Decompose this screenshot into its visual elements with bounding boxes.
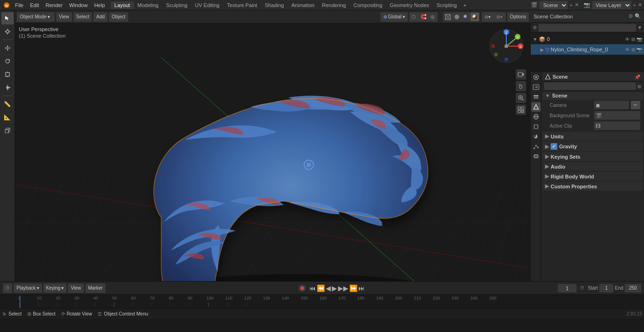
- prop-tab-render[interactable]: [531, 73, 541, 82]
- overlay-toggle[interactable]: ⊙▾: [482, 13, 494, 21]
- menu-file[interactable]: File: [12, 1, 26, 9]
- keying-btn[interactable]: Keying ▾: [43, 283, 67, 293]
- tool-select[interactable]: [1, 12, 14, 24]
- menu-render[interactable]: Render: [43, 1, 66, 9]
- tab-sculpting[interactable]: Sculpting: [162, 1, 191, 9]
- tab-add[interactable]: +: [461, 1, 469, 9]
- snap-icon[interactable]: 🧲: [419, 13, 428, 21]
- zoom-btn[interactable]: [516, 93, 526, 103]
- object-mode-btn[interactable]: Object Mode ▾: [17, 12, 55, 22]
- tab-scripting[interactable]: Scripting: [433, 1, 461, 9]
- timeline-mode-icon[interactable]: ⏱: [3, 283, 12, 293]
- tab-uv-editing[interactable]: UV Editing: [191, 1, 223, 9]
- properties-search[interactable]: [544, 82, 636, 90]
- viewport-view-btn[interactable]: View: [56, 12, 72, 22]
- units-section-header[interactable]: ▶ Units: [542, 132, 643, 141]
- gravity-section-header[interactable]: ▶ ✓ Gravity: [542, 142, 643, 151]
- scene-remove-icon[interactable]: ✕: [575, 2, 579, 8]
- prop-tab-object[interactable]: [531, 122, 541, 131]
- navigation-gizmo[interactable]: X Y Z: [487, 27, 525, 65]
- outliner-filter-btn[interactable]: ⚙: [533, 25, 537, 30]
- playhead[interactable]: [20, 296, 20, 308]
- tab-texture-paint[interactable]: Texture Paint: [223, 1, 261, 9]
- tool-measure[interactable]: 📐: [1, 111, 14, 123]
- menu-window[interactable]: Window: [66, 1, 91, 9]
- viewport-add-btn[interactable]: Add: [93, 12, 107, 22]
- rigid-body-world-section-header[interactable]: ▶ Rigid Body World: [542, 172, 643, 181]
- outliner-rope-eye-icon[interactable]: 👁: [625, 47, 630, 52]
- tab-rendering[interactable]: Rendering: [318, 1, 350, 9]
- jump-end-btn[interactable]: ⏭: [358, 284, 365, 292]
- wireframe-mode-btn[interactable]: [444, 13, 452, 21]
- tab-layout[interactable]: Layout: [111, 1, 134, 9]
- next-keyframe-btn[interactable]: ⏩: [349, 284, 357, 292]
- prop-tab-view-layer[interactable]: [531, 92, 541, 102]
- viewport-object-btn[interactable]: Object: [109, 12, 128, 22]
- prev-frame-btn[interactable]: ◀: [326, 284, 331, 292]
- proportional-icon[interactable]: ◎: [429, 13, 437, 21]
- transform-global-btn[interactable]: ⊕ Global ▾: [380, 12, 408, 22]
- viewport-select-btn[interactable]: Select: [74, 12, 92, 22]
- grid-snap-btn[interactable]: [516, 105, 526, 115]
- xray-toggle[interactable]: ⊞▾: [494, 13, 505, 21]
- outliner-filter-toggle[interactable]: ▼: [637, 25, 642, 30]
- marker-btn[interactable]: Marker: [85, 283, 106, 293]
- outliner-item-rope[interactable]: ▶ ▽ Nylon_Climbing_Rope_0 👁 ⊞ 📷: [531, 44, 644, 55]
- record-btn[interactable]: [298, 284, 306, 292]
- outliner-eye-icon[interactable]: 👁: [625, 37, 630, 42]
- prop-tab-world[interactable]: [531, 112, 541, 121]
- prop-tab-output[interactable]: [531, 82, 541, 92]
- custom-properties-section-header[interactable]: ▶ Custom Properties: [542, 182, 643, 191]
- prop-tab-modifier[interactable]: [531, 132, 541, 141]
- tool-transform[interactable]: [1, 81, 14, 94]
- tab-modeling[interactable]: Modeling: [134, 1, 163, 9]
- properties-pin-icon[interactable]: 📌: [635, 74, 640, 80]
- menu-help[interactable]: Help: [91, 1, 108, 9]
- outliner-search-input[interactable]: [538, 24, 636, 32]
- tool-rotate[interactable]: [1, 55, 14, 67]
- tool-annotate[interactable]: ✏️: [1, 98, 14, 110]
- outliner-rope-render-icon[interactable]: 📷: [636, 47, 642, 52]
- jump-start-btn[interactable]: ⏮: [309, 284, 316, 292]
- timeline-clock-icon[interactable]: ⏱: [578, 284, 586, 292]
- rendered-mode-btn[interactable]: [471, 13, 479, 21]
- scene-section-header[interactable]: ▼ Scene: [542, 91, 643, 100]
- playback-btn[interactable]: Playback ▾: [14, 283, 42, 293]
- camera-edit-icon[interactable]: ✏: [631, 101, 640, 109]
- pivot-icon[interactable]: ⬡: [410, 13, 418, 21]
- audio-section-header[interactable]: ▶ Audio: [542, 162, 643, 171]
- solid-mode-btn[interactable]: [453, 13, 461, 21]
- scene-add-icon[interactable]: +: [570, 2, 572, 8]
- gravity-checkbox[interactable]: ✓: [551, 143, 557, 150]
- view-layer-selector[interactable]: View Layer: [592, 1, 631, 9]
- properties-filter-icon[interactable]: ⊞: [637, 84, 641, 89]
- keying-sets-section-header[interactable]: ▶ Keying Sets: [542, 152, 643, 161]
- 3d-viewport[interactable]: Object Mode ▾ View Select Add Object ⊕ G…: [15, 10, 531, 281]
- view-layer-add-icon[interactable]: +: [633, 2, 636, 8]
- hand-navigate-btn[interactable]: [516, 81, 526, 91]
- outliner-rope-viewport-icon[interactable]: ⊞: [631, 47, 635, 52]
- play-btn[interactable]: ▶: [332, 284, 337, 292]
- prop-tab-particles[interactable]: [531, 142, 541, 151]
- tab-compositing[interactable]: Compositing: [350, 1, 386, 9]
- scene-selector[interactable]: Scene: [539, 1, 568, 9]
- end-frame-input[interactable]: [625, 284, 641, 292]
- tool-add-cube[interactable]: [1, 124, 14, 137]
- next-frame-btn[interactable]: ▶▶: [338, 284, 348, 292]
- tool-cursor[interactable]: [1, 25, 14, 38]
- timeline-ruler[interactable]: 1 10 20 30 40 50 60 70 80 90 100 110 120…: [0, 295, 644, 308]
- prev-keyframe-btn[interactable]: ⏪: [317, 284, 325, 292]
- prop-tab-scene[interactable]: [531, 102, 541, 112]
- camera-view-btn[interactable]: [516, 69, 526, 80]
- outliner-filter-icon[interactable]: ⚙: [628, 13, 633, 19]
- tab-geometry-nodes[interactable]: Geometry Nodes: [386, 1, 433, 9]
- outliner-search-icon[interactable]: 🔍: [635, 13, 641, 19]
- outliner-viewport-icon[interactable]: ⊞: [631, 37, 635, 42]
- outliner-render-icon[interactable]: 📷: [636, 37, 642, 42]
- view-layer-remove-icon[interactable]: ✕: [638, 2, 642, 8]
- start-frame-input[interactable]: [599, 284, 613, 292]
- prop-tab-physics[interactable]: [531, 152, 541, 161]
- tool-move[interactable]: [1, 42, 14, 54]
- tab-shading[interactable]: Shading: [261, 1, 288, 9]
- menu-edit[interactable]: Edit: [27, 1, 42, 9]
